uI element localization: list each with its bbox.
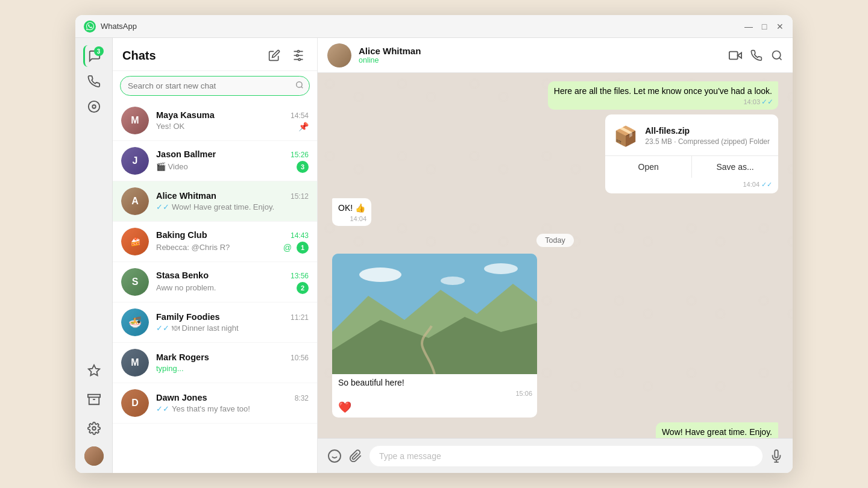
message-row-2: 📦 All-files.zip 23.5 MB · Compressed (zi… [332, 114, 778, 193]
file-meta: 23.5 MB · Compressed (zipped) Folder [645, 137, 770, 147]
filter-button[interactable] [289, 46, 307, 64]
main-content: 3 [75, 38, 793, 473]
chat-header-avatar[interactable] [327, 43, 351, 67]
search-icon [295, 81, 304, 92]
minimize-button[interactable]: — [744, 22, 753, 31]
chat-avatar-family: 🍜 [121, 308, 149, 336]
chat-item-jason[interactable]: J Jason Ballmer 15:26 🎬 Video 3 [113, 141, 317, 181]
date-divider: Today [332, 234, 778, 245]
nav-chats-icon[interactable]: 3 [83, 45, 105, 67]
file-bubble-2: 📦 All-files.zip 23.5 MB · Compressed (zi… [605, 114, 778, 193]
pin-icon-maya: 📌 [298, 122, 309, 131]
new-chat-button[interactable] [265, 46, 283, 64]
chats-badge: 3 [94, 46, 104, 56]
chat-item-stasa[interactable]: S Stasa Benko 13:56 Aww no problem. 2 [113, 262, 317, 302]
chat-preview-dawn: Yes that's my fave too! [172, 404, 309, 413]
svg-rect-18 [729, 51, 738, 59]
chat-name-mark: Mark Rogers [156, 352, 209, 362]
svg-marker-2 [88, 365, 99, 375]
chat-info-jason: Jason Ballmer 15:26 🎬 Video 3 [156, 149, 309, 173]
message-time-3: 14:04 [350, 214, 366, 224]
voice-call-button[interactable] [750, 49, 763, 61]
chat-time-jason: 15:26 [291, 151, 309, 159]
message-bubble-3: OK! 👍 14:04 [332, 198, 371, 227]
chat-info-alice: Alice Whitman 15:12 ✓✓ Wow! Have great t… [156, 191, 309, 211]
nav-status-icon[interactable] [83, 96, 105, 117]
image-caption: So beautiful here! 15:06 [332, 374, 537, 399]
chat-time-stasa: 13:56 [291, 272, 309, 280]
title-bar: WhatsApp — □ ✕ [75, 15, 793, 38]
maximize-button[interactable]: □ [760, 22, 769, 31]
message-text-1: Here are all the files. Let me know once… [554, 86, 772, 96]
nav-user-avatar[interactable] [84, 446, 104, 466]
chat-badge-stasa: 2 [297, 282, 309, 294]
chat-item-dawn[interactable]: D Dawn Jones 8:32 ✓✓ Yes that's my fave … [113, 383, 317, 424]
chat-preview-mark: typing... [156, 364, 309, 373]
sidebar-actions [265, 46, 307, 64]
sidebar: Chats [113, 38, 318, 473]
nav-rail: 3 [75, 38, 113, 473]
chat-info-maya: Maya Kasuma 14:54 Yes! OK 📌 [156, 110, 309, 131]
svg-line-20 [779, 57, 782, 60]
chat-preview-baking: Rebecca: @Chris R? [156, 243, 283, 252]
window-controls: — □ ✕ [744, 22, 784, 31]
close-button[interactable]: ✕ [776, 22, 784, 31]
chat-item-alice[interactable]: A Alice Whitman 15:12 ✓✓ Wow! Have great… [113, 181, 317, 222]
chat-name-stasa: Stasa Benko [156, 271, 209, 280]
chat-preview-family: 🍽 Dinner last night [172, 324, 309, 333]
nav-settings-icon[interactable] [83, 418, 105, 439]
chat-time-alice: 15:12 [291, 192, 309, 201]
nav-archived-icon[interactable] [83, 389, 105, 410]
message-input[interactable] [370, 446, 763, 466]
chat-info-dawn: Dawn Jones 8:32 ✓✓ Yes that's my fave to… [156, 393, 309, 413]
message-row-3: OK! 👍 14:04 [332, 198, 778, 227]
message-row-1: Here are all the files. Let me know once… [332, 81, 778, 110]
file-save-button[interactable]: Save as... [692, 156, 778, 178]
double-tick-alice: ✓✓ [156, 202, 169, 211]
image-bubble: So beautiful here! 15:06 ❤️ [332, 254, 537, 418]
app-window: WhatsApp — □ ✕ 3 [75, 15, 793, 473]
message-text-3: OK! 👍 [338, 203, 365, 213]
chat-info-family: Family Foodies 11:21 ✓✓ 🍽 Dinner last ni… [156, 312, 309, 333]
message-time-1: 14:03 ✓✓ [743, 97, 773, 107]
chat-avatar-jason: J [121, 147, 149, 175]
chat-info-stasa: Stasa Benko 13:56 Aww no problem. 2 [156, 271, 309, 294]
chat-item-baking[interactable]: 🍰 Baking Club 14:43 Rebecca: @Chris R? @… [113, 222, 317, 262]
video-call-button[interactable] [729, 49, 742, 62]
file-tick: ✓✓ [761, 180, 772, 189]
svg-point-26 [441, 277, 465, 285]
chat-name-family: Family Foodies [156, 312, 220, 322]
search-messages-button[interactable] [771, 49, 783, 61]
chat-item-family[interactable]: 🍜 Family Foodies 11:21 ✓✓ 🍽 Dinner last … [113, 302, 317, 343]
nav-starred-icon[interactable] [83, 360, 105, 381]
image-time: 15:06 [515, 390, 532, 397]
file-icon: 📦 [614, 123, 638, 150]
svg-point-1 [92, 105, 96, 108]
chat-info-baking: Baking Club 14:43 Rebecca: @Chris R? @ 1 [156, 230, 309, 254]
file-time: 14:04 ✓✓ [605, 178, 778, 193]
chat-avatar-baking: 🍰 [121, 228, 149, 255]
chat-name-dawn: Dawn Jones [156, 393, 207, 402]
image-placeholder [332, 254, 537, 374]
search-input[interactable] [120, 76, 310, 96]
message-bubble-1: Here are all the files. Let me know once… [548, 81, 778, 110]
voice-message-button[interactable] [770, 449, 783, 463]
file-open-button[interactable]: Open [605, 156, 692, 178]
chat-header-name: Alice Whitman [359, 46, 729, 56]
chat-preview-jason: 🎬 Video [156, 162, 293, 171]
chat-badge-baking: 1 [297, 242, 309, 254]
emoji-button[interactable] [327, 449, 342, 463]
svg-point-0 [88, 101, 99, 112]
chat-item-mark[interactable]: M Mark Rogers 10:56 typing... [113, 343, 317, 383]
attach-button[interactable] [349, 449, 362, 463]
chat-badge-jason: 3 [297, 161, 309, 173]
caption-text: So beautiful here! [338, 378, 404, 387]
chat-item-maya[interactable]: M Maya Kasuma 14:54 Yes! OK 📌 [113, 101, 317, 141]
chat-messages: Here are all the files. Let me know once… [318, 73, 793, 438]
svg-point-19 [773, 51, 781, 58]
nav-calls-icon[interactable] [83, 70, 105, 92]
chat-info-mark: Mark Rogers 10:56 typing... [156, 352, 309, 373]
message-bubble-6: Wow! Have great time. Enjoy. 15:12 ✓✓ [656, 422, 778, 438]
mention-icon-baking: @ [283, 243, 292, 252]
chat-preview-maya: Yes! OK [156, 122, 295, 131]
